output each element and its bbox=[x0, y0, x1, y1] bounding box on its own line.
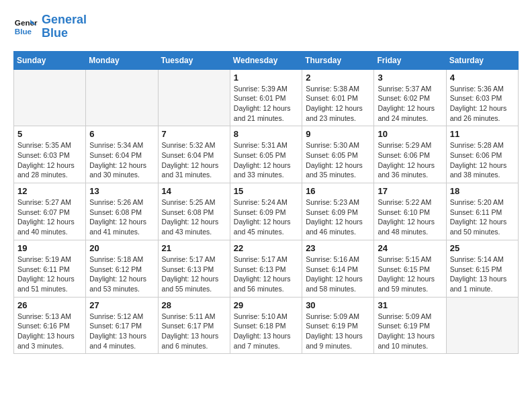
day-number: 26 bbox=[17, 300, 82, 310]
calendar-week-row: 19Sunrise: 5:19 AM Sunset: 6:11 PM Dayli… bbox=[14, 240, 519, 297]
day-number: 5 bbox=[17, 129, 82, 139]
calendar-cell: 10Sunrise: 5:29 AM Sunset: 6:06 PM Dayli… bbox=[374, 126, 446, 183]
day-info: Sunrise: 5:17 AM Sunset: 6:13 PM Dayligh… bbox=[234, 255, 298, 294]
day-number: 25 bbox=[450, 243, 515, 253]
day-info: Sunrise: 5:34 AM Sunset: 6:04 PM Dayligh… bbox=[89, 140, 154, 180]
day-number: 10 bbox=[378, 129, 442, 139]
calendar-cell: 7Sunrise: 5:32 AM Sunset: 6:04 PM Daylig… bbox=[158, 126, 230, 183]
day-header-wednesday: Wednesday bbox=[230, 51, 302, 69]
calendar-header-row: SundayMondayTuesdayWednesdayThursdayFrid… bbox=[14, 51, 519, 69]
day-header-friday: Friday bbox=[374, 51, 446, 69]
calendar-cell bbox=[446, 297, 518, 354]
calendar-cell: 11Sunrise: 5:28 AM Sunset: 6:06 PM Dayli… bbox=[446, 126, 518, 183]
calendar-cell: 22Sunrise: 5:17 AM Sunset: 6:13 PM Dayli… bbox=[230, 240, 302, 297]
calendar-week-row: 1Sunrise: 5:39 AM Sunset: 6:01 PM Daylig… bbox=[14, 69, 519, 126]
day-info: Sunrise: 5:37 AM Sunset: 6:02 PM Dayligh… bbox=[378, 84, 442, 124]
calendar-cell: 5Sunrise: 5:35 AM Sunset: 6:03 PM Daylig… bbox=[14, 126, 86, 183]
day-number: 3 bbox=[378, 73, 442, 83]
day-number: 27 bbox=[89, 300, 154, 310]
day-number: 22 bbox=[234, 243, 298, 253]
day-info: Sunrise: 5:39 AM Sunset: 6:01 PM Dayligh… bbox=[234, 84, 298, 124]
day-info: Sunrise: 5:19 AM Sunset: 6:11 PM Dayligh… bbox=[17, 255, 82, 294]
day-info: Sunrise: 5:24 AM Sunset: 6:09 PM Dayligh… bbox=[234, 197, 298, 237]
calendar-cell: 24Sunrise: 5:15 AM Sunset: 6:15 PM Dayli… bbox=[374, 240, 446, 297]
day-header-saturday: Saturday bbox=[446, 51, 518, 69]
day-header-tuesday: Tuesday bbox=[158, 51, 230, 69]
calendar-cell: 17Sunrise: 5:22 AM Sunset: 6:10 PM Dayli… bbox=[374, 183, 446, 240]
calendar-cell: 21Sunrise: 5:17 AM Sunset: 6:13 PM Dayli… bbox=[158, 240, 230, 297]
day-info: Sunrise: 5:35 AM Sunset: 6:03 PM Dayligh… bbox=[17, 140, 82, 180]
day-info: Sunrise: 5:23 AM Sunset: 6:09 PM Dayligh… bbox=[306, 197, 370, 237]
day-number: 8 bbox=[234, 129, 298, 139]
calendar-cell bbox=[158, 69, 230, 126]
day-info: Sunrise: 5:22 AM Sunset: 6:10 PM Dayligh… bbox=[378, 197, 442, 237]
calendar-week-row: 26Sunrise: 5:13 AM Sunset: 6:16 PM Dayli… bbox=[14, 297, 519, 354]
day-info: Sunrise: 5:38 AM Sunset: 6:01 PM Dayligh… bbox=[306, 84, 370, 124]
calendar-cell: 9Sunrise: 5:30 AM Sunset: 6:05 PM Daylig… bbox=[302, 126, 374, 183]
calendar-cell: 30Sunrise: 5:09 AM Sunset: 6:19 PM Dayli… bbox=[302, 297, 374, 354]
day-number: 2 bbox=[306, 73, 370, 83]
day-header-monday: Monday bbox=[86, 51, 158, 69]
day-info: Sunrise: 5:27 AM Sunset: 6:07 PM Dayligh… bbox=[17, 197, 82, 237]
day-number: 23 bbox=[306, 243, 370, 253]
day-number: 16 bbox=[306, 186, 370, 196]
calendar-cell: 15Sunrise: 5:24 AM Sunset: 6:09 PM Dayli… bbox=[230, 183, 302, 240]
day-info: Sunrise: 5:28 AM Sunset: 6:06 PM Dayligh… bbox=[450, 140, 515, 180]
day-info: Sunrise: 5:09 AM Sunset: 6:19 PM Dayligh… bbox=[378, 312, 442, 351]
day-number: 24 bbox=[378, 243, 442, 253]
day-number: 29 bbox=[234, 300, 298, 310]
calendar-cell bbox=[14, 69, 86, 126]
day-info: Sunrise: 5:17 AM Sunset: 6:13 PM Dayligh… bbox=[162, 255, 226, 294]
day-number: 31 bbox=[378, 300, 442, 310]
calendar-cell: 13Sunrise: 5:26 AM Sunset: 6:08 PM Dayli… bbox=[86, 183, 158, 240]
day-info: Sunrise: 5:29 AM Sunset: 6:06 PM Dayligh… bbox=[378, 140, 442, 180]
day-number: 14 bbox=[162, 186, 226, 196]
calendar-cell: 2Sunrise: 5:38 AM Sunset: 6:01 PM Daylig… bbox=[302, 69, 374, 126]
day-number: 6 bbox=[89, 129, 154, 139]
calendar-cell bbox=[86, 69, 158, 126]
day-number: 1 bbox=[234, 73, 298, 83]
day-number: 20 bbox=[89, 243, 154, 253]
calendar-cell: 8Sunrise: 5:31 AM Sunset: 6:05 PM Daylig… bbox=[230, 126, 302, 183]
day-info: Sunrise: 5:09 AM Sunset: 6:19 PM Dayligh… bbox=[306, 312, 370, 351]
day-info: Sunrise: 5:31 AM Sunset: 6:05 PM Dayligh… bbox=[234, 140, 298, 180]
day-info: Sunrise: 5:20 AM Sunset: 6:11 PM Dayligh… bbox=[450, 197, 515, 237]
day-info: Sunrise: 5:14 AM Sunset: 6:15 PM Dayligh… bbox=[450, 255, 515, 294]
day-number: 15 bbox=[234, 186, 298, 196]
day-header-sunday: Sunday bbox=[14, 51, 86, 69]
calendar-table: SundayMondayTuesdayWednesdayThursdayFrid… bbox=[13, 51, 519, 355]
day-number: 18 bbox=[450, 186, 515, 196]
svg-text:Blue: Blue bbox=[15, 27, 32, 36]
calendar-week-row: 5Sunrise: 5:35 AM Sunset: 6:03 PM Daylig… bbox=[14, 126, 519, 183]
calendar-cell: 18Sunrise: 5:20 AM Sunset: 6:11 PM Dayli… bbox=[446, 183, 518, 240]
calendar-cell: 14Sunrise: 5:25 AM Sunset: 6:08 PM Dayli… bbox=[158, 183, 230, 240]
calendar-cell: 3Sunrise: 5:37 AM Sunset: 6:02 PM Daylig… bbox=[374, 69, 446, 126]
page-header: General Blue GeneralBlue bbox=[13, 13, 519, 40]
calendar-cell: 29Sunrise: 5:10 AM Sunset: 6:18 PM Dayli… bbox=[230, 297, 302, 354]
day-number: 12 bbox=[17, 186, 82, 196]
calendar-cell: 4Sunrise: 5:36 AM Sunset: 6:03 PM Daylig… bbox=[446, 69, 518, 126]
day-info: Sunrise: 5:16 AM Sunset: 6:14 PM Dayligh… bbox=[306, 255, 370, 294]
day-number: 9 bbox=[306, 129, 370, 139]
day-info: Sunrise: 5:30 AM Sunset: 6:05 PM Dayligh… bbox=[306, 140, 370, 180]
day-info: Sunrise: 5:25 AM Sunset: 6:08 PM Dayligh… bbox=[162, 197, 226, 237]
day-number: 28 bbox=[162, 300, 226, 310]
calendar-cell: 19Sunrise: 5:19 AM Sunset: 6:11 PM Dayli… bbox=[14, 240, 86, 297]
day-info: Sunrise: 5:26 AM Sunset: 6:08 PM Dayligh… bbox=[89, 197, 154, 237]
day-info: Sunrise: 5:13 AM Sunset: 6:16 PM Dayligh… bbox=[17, 312, 82, 351]
logo-text: GeneralBlue bbox=[42, 13, 87, 40]
day-info: Sunrise: 5:11 AM Sunset: 6:17 PM Dayligh… bbox=[162, 312, 226, 351]
day-number: 4 bbox=[450, 73, 515, 83]
calendar-week-row: 12Sunrise: 5:27 AM Sunset: 6:07 PM Dayli… bbox=[14, 183, 519, 240]
day-info: Sunrise: 5:18 AM Sunset: 6:12 PM Dayligh… bbox=[89, 255, 154, 294]
calendar-cell: 26Sunrise: 5:13 AM Sunset: 6:16 PM Dayli… bbox=[14, 297, 86, 354]
day-info: Sunrise: 5:15 AM Sunset: 6:15 PM Dayligh… bbox=[378, 255, 442, 294]
calendar-cell: 12Sunrise: 5:27 AM Sunset: 6:07 PM Dayli… bbox=[14, 183, 86, 240]
day-number: 30 bbox=[306, 300, 370, 310]
day-number: 19 bbox=[17, 243, 82, 253]
day-info: Sunrise: 5:36 AM Sunset: 6:03 PM Dayligh… bbox=[450, 84, 515, 124]
day-number: 21 bbox=[162, 243, 226, 253]
calendar-cell: 27Sunrise: 5:12 AM Sunset: 6:17 PM Dayli… bbox=[86, 297, 158, 354]
day-info: Sunrise: 5:12 AM Sunset: 6:17 PM Dayligh… bbox=[89, 312, 154, 351]
calendar-cell: 20Sunrise: 5:18 AM Sunset: 6:12 PM Dayli… bbox=[86, 240, 158, 297]
